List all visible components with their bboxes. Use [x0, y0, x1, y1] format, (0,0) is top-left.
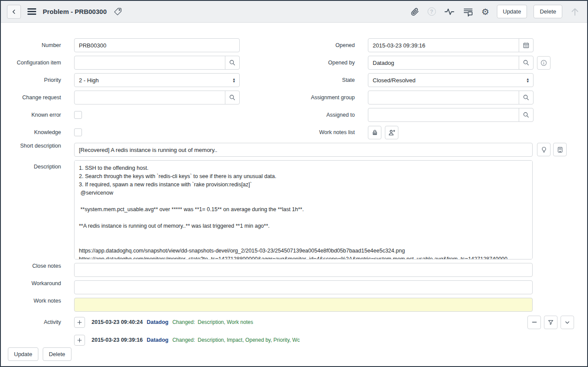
configuration-item-input[interactable] — [74, 56, 225, 70]
filter-activity-button[interactable] — [544, 316, 557, 329]
plus-icon — [77, 320, 82, 325]
number-input[interactable] — [74, 38, 240, 52]
update-button-footer[interactable]: Update — [8, 347, 38, 361]
lock-icon — [371, 129, 378, 136]
search-icon — [523, 59, 530, 66]
known-error-label: Known error — [14, 112, 61, 118]
configuration-item-label: Configuration item — [14, 60, 61, 66]
personalize-form-button[interactable]: ⚙ — [481, 7, 490, 17]
problem-form-page: Problem - PRB00300 ? — [0, 0, 588, 367]
work-notes-label: Work notes — [14, 298, 61, 312]
work-notes-list-label: Work notes list — [302, 129, 355, 135]
description-label: Description — [14, 160, 61, 259]
assigned-to-label: Assigned to — [302, 112, 355, 118]
help-button[interactable]: ? — [427, 7, 437, 17]
activity-user-link[interactable]: Datadog — [146, 337, 168, 343]
expand-activity-button[interactable] — [561, 316, 574, 329]
attachment-button[interactable] — [409, 6, 420, 17]
priority-select[interactable]: 2 - High ▴▾ — [74, 73, 240, 87]
change-request-label: Change request — [14, 94, 61, 101]
activity-entry: 2015-03-23 09:39:16 Datadog Changed: Des… — [74, 333, 574, 347]
configuration-item-lookup-button[interactable] — [225, 56, 240, 70]
calendar-icon — [523, 42, 530, 49]
search-icon — [229, 94, 236, 101]
form-footer: Update Delete — [8, 347, 71, 361]
lightbulb-icon — [540, 146, 547, 153]
help-icon: ? — [428, 7, 436, 16]
header-left: Problem - PRB00300 — [7, 5, 123, 19]
search-icon — [523, 94, 530, 101]
paperclip-icon — [410, 7, 419, 16]
known-error-checkbox[interactable] — [74, 111, 82, 119]
activity-timestamp: 2015-03-23 09:40:24 — [92, 319, 143, 325]
add-user-icon — [388, 129, 395, 136]
opened-by-lookup-button[interactable] — [519, 56, 534, 70]
form-header: Problem - PRB00300 ? — [1, 1, 587, 23]
opened-by-input[interactable] — [368, 56, 519, 70]
chevron-down-icon — [564, 319, 571, 326]
back-chevron-icon — [10, 8, 17, 15]
info-icon — [540, 59, 547, 67]
work-notes-textarea[interactable] — [74, 298, 533, 312]
opened-by-preview-button[interactable] — [537, 56, 551, 70]
back-button[interactable] — [7, 5, 21, 19]
gear-icon: ⚙ — [482, 7, 489, 16]
activity-label: Activity — [14, 315, 61, 351]
collapse-activity-button[interactable] — [527, 316, 541, 329]
activity-changed-fields: Description, Impact, Opened by, Priority… — [198, 337, 300, 343]
work-notes-list-lock-button[interactable] — [368, 126, 381, 139]
activity-entry: 2015-03-23 09:40:24 Datadog Changed: Des… — [74, 315, 574, 329]
form-body: Number Opened — [1, 23, 587, 351]
delete-button-footer[interactable]: Delete — [43, 347, 71, 361]
activity-timestamp: 2015-03-23 09:39:16 — [92, 337, 143, 343]
context-menu-icon[interactable] — [27, 7, 37, 17]
workaround-input[interactable] — [74, 280, 533, 294]
description-textarea[interactable]: 1. SSH to the offending host. 2. Search … — [74, 160, 533, 259]
opened-label: Opened — [302, 42, 355, 48]
expand-entry-button[interactable] — [74, 317, 85, 328]
expand-entry-button[interactable] — [74, 335, 85, 346]
assignment-group-input[interactable] — [368, 91, 519, 104]
activity-user-link[interactable]: Datadog — [146, 319, 168, 325]
priority-label: Priority — [14, 77, 61, 83]
assigned-to-input[interactable] — [368, 108, 519, 122]
search-icon — [229, 59, 236, 66]
search-icon — [523, 111, 530, 118]
opened-by-label: Opened by — [302, 60, 355, 66]
pulse-icon — [444, 7, 455, 17]
activity-changed-prefix: Changed: — [172, 337, 195, 343]
select-arrows-icon: ▴▾ — [527, 77, 529, 83]
state-select[interactable]: Closed/Resolved ▴▾ — [368, 73, 534, 87]
scroll-up-arrow-icon[interactable] — [569, 6, 581, 18]
assignment-group-lookup-button[interactable] — [519, 91, 534, 104]
change-request-input[interactable] — [74, 91, 225, 104]
activity-controls — [527, 316, 574, 329]
minus-icon — [531, 319, 537, 325]
change-request-lookup-button[interactable] — [225, 91, 240, 104]
short-description-input[interactable] — [74, 143, 533, 157]
opened-calendar-button[interactable] — [519, 38, 534, 52]
header-actions: ? ⚙ Update Delete — [409, 5, 581, 18]
knowledge-search-button[interactable] — [553, 143, 567, 156]
work-notes-list-add-user-button[interactable] — [385, 126, 398, 139]
activity-changed-fields: Description, Work notes — [198, 319, 253, 325]
delete-button-header[interactable]: Delete — [534, 5, 562, 18]
workaround-label: Workaround — [14, 280, 61, 294]
page-title: Problem - PRB00300 — [43, 8, 107, 15]
activity-stream-button[interactable] — [462, 6, 474, 17]
tags-icon[interactable] — [112, 6, 123, 17]
plus-icon — [77, 337, 82, 343]
assigned-to-lookup-button[interactable] — [519, 108, 534, 122]
close-notes-input[interactable] — [74, 263, 533, 277]
knowledge-checkbox[interactable] — [74, 128, 82, 136]
suggestion-button[interactable] — [537, 143, 551, 156]
live-feed-button[interactable] — [443, 6, 455, 17]
assignment-group-label: Assignment group — [302, 94, 355, 101]
short-description-label: Short description — [14, 143, 61, 157]
opened-input[interactable] — [368, 38, 519, 52]
activity-changed-prefix: Changed: — [172, 319, 195, 325]
state-label: State — [302, 77, 355, 83]
update-button-header[interactable]: Update — [497, 5, 527, 18]
close-notes-label: Close notes — [14, 263, 61, 277]
number-label: Number — [14, 42, 61, 48]
